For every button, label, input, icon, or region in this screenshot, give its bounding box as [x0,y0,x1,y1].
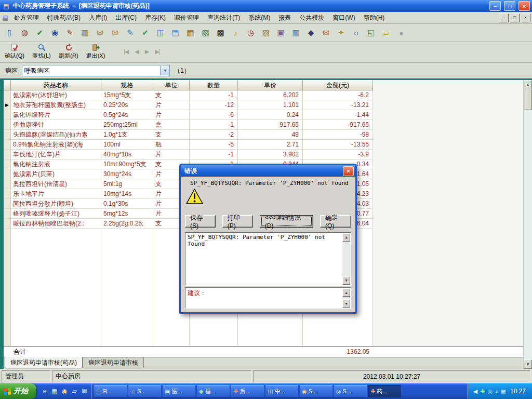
taskbar-task[interactable]: ◎S... [334,385,367,397]
media-player-icon[interactable]: ◉ [60,387,69,395]
header-amount[interactable]: 金额(元) [303,80,373,90]
scrollbar-track[interactable] [524,89,532,360]
mail-audit-icon[interactable]: ✉ [93,26,107,40]
menu-item-11[interactable]: 窗口(W) [328,12,359,23]
form-edit-icon[interactable]: ▦ [183,26,197,40]
taskbar-task[interactable]: ✚后... [231,385,264,397]
mail-open-icon[interactable]: ✉ [319,26,333,40]
table-row[interactable]: 伊曲康唑针250mg:25ml盒-1917.65-917.65 [4,120,373,130]
refresh-button[interactable]: 刷新(R) [56,43,81,60]
key-icon[interactable]: ✦ [334,26,348,40]
copy-icon[interactable]: ◫ [153,26,167,40]
table-row[interactable]: 氨溴索针(沐舒坦针)15mg*5支支-16.202-6.2 [4,90,373,100]
new-doc-icon[interactable]: ▯ [3,26,17,40]
dialog-close-icon[interactable]: × [343,166,354,176]
ok-button[interactable]: 确定(Q) [320,215,351,228]
scroll-up-icon[interactable]: ▲ [524,80,532,89]
table-row[interactable]: 0.9%氯化钠注射液(塑)(海100ml瓶-52.71-13.55 [4,140,373,150]
shield-icon[interactable]: ✚ [480,388,485,395]
messenger-icon[interactable]: ◎ [487,388,493,395]
suggestion-scrollbar[interactable]: ▲ ▼ [342,288,350,308]
scroll-down-icon[interactable]: ▼ [342,276,350,285]
menu-item-2[interactable]: 特殊药品(B) [43,12,85,23]
chevron-left-icon[interactable]: ◀ [473,388,477,395]
detail-scrollbar[interactable]: ▲ ▼ [342,233,350,285]
header-quantity[interactable]: 数量 [190,80,238,90]
menu-item-6[interactable]: 调价管理 [170,12,203,23]
menu-item-7[interactable]: 查询统计(T) [203,12,244,23]
mdi-restore-button[interactable]: □ [510,14,520,22]
folder-open-icon[interactable]: ▱ [379,26,393,40]
taskbar-task[interactable]: ☼S... [128,385,161,397]
taskbar-task[interactable]: ◫R... [94,385,127,397]
prev-record-icon[interactable]: ◀ [135,48,138,55]
header-drug-name[interactable]: 药品名称 [11,80,101,90]
mdi-minimize-button[interactable]: – [499,14,509,22]
header-spec[interactable]: 规格 [101,80,153,90]
audit-icon[interactable]: ✎ [63,26,77,40]
save-button[interactable]: 保存(S) [185,215,216,228]
mdi-close-button[interactable]: × [521,14,530,22]
menu-item-8[interactable]: 系统(M) [244,12,274,23]
menu-item-3[interactable]: 入库(I) [85,12,111,23]
menu-item-5[interactable]: 库存(K) [141,12,170,23]
tab-ward-return-drugs[interactable]: 病区退药申请审核(药品) [5,357,83,368]
folder-icon[interactable]: ▱ [70,387,78,395]
error-detail-box[interactable]: SP_YF_BQTYSQQR: Parameter 'P_ZYH000' not… [185,232,351,286]
print-button[interactable]: 打印(P) [222,215,253,228]
scroll-down-icon[interactable]: ▼ [524,360,532,369]
header-unit[interactable]: 单位 [153,80,190,90]
doc-check-icon[interactable]: ✔ [138,26,152,40]
menu-item-9[interactable]: 报表 [274,12,295,23]
taskbar-task[interactable]: ✚药... [368,385,401,397]
volume-icon[interactable]: ♪ [495,388,498,394]
taskbar-task[interactable]: ◫中... [265,385,298,397]
confirm-button[interactable]: 确认(Q) [2,43,27,60]
package-icon[interactable]: ▨ [259,26,273,40]
minimize-button[interactable]: – [489,1,501,11]
ink-bottle-icon[interactable]: ◍ [18,26,32,40]
alarm-icon[interactable]: ◷ [244,26,258,40]
ie-icon[interactable]: e [41,387,49,395]
tab-ward-return[interactable]: 病区退药申请审核 [83,357,144,368]
details-button[interactable]: <<<详细情况(D) [260,215,313,228]
restore-button[interactable]: □ [504,1,515,11]
first-record-icon[interactable]: |◀ [124,48,128,55]
table-row[interactable]: 辛伐他汀(忆辛)片40mg*10s片-13.902-3.9 [4,150,373,159]
menu-item-12[interactable]: 帮助(H) [360,12,389,23]
scroll-down-icon[interactable]: ▼ [342,299,350,308]
safe-icon[interactable]: ◆ [304,26,318,40]
taskbar-task[interactable]: ◆福... [197,385,230,397]
doc-blue-icon[interactable]: ▤ [168,26,182,40]
taskbar-task[interactable]: ▣医... [163,385,195,397]
table-row[interactable]: 头孢硫脒(溶媒结晶)(仙力素1.0g*1支支-249-98 [4,130,373,140]
scrollbar-thumb[interactable] [524,89,532,110]
close-button[interactable]: × [518,1,530,11]
network-icon[interactable]: ▦ [501,388,506,395]
vertical-scrollbar[interactable]: ▲ ▼ [523,80,532,369]
ledger-icon[interactable]: ▧ [198,26,212,40]
barcode-icon[interactable]: ▩ [214,26,228,40]
cabinet-icon[interactable]: ▣ [274,26,288,40]
table-row[interactable]: 氯化钾缓释片0.5g*24s片-60.24-1.44 [4,110,373,120]
dropdown-button[interactable] [160,66,169,75]
doc-edit-icon[interactable]: ✎ [123,26,137,40]
header-unit-price[interactable]: 单价 [238,80,303,90]
scroll-up-icon[interactable]: ▲ [342,288,350,297]
next-record-icon[interactable]: ▶ [145,48,149,55]
exit-button[interactable]: 退出(X) [83,43,108,60]
bell-icon[interactable]: ♪ [229,26,243,40]
scroll-up-icon[interactable]: ▲ [342,233,350,242]
table-row[interactable]: ▶地衣芽孢杆菌胶囊(整肠生)0.25*20s片-121.101-13.21 [4,100,373,110]
start-button[interactable]: 开始 [0,383,36,399]
approve-icon[interactable]: ✔ [33,26,47,40]
menu-item-1[interactable]: 处方管理 [10,12,43,23]
find-button[interactable]: 查找(L) [29,43,54,60]
mail-icon[interactable]: ✉ [108,26,122,40]
menu-item-10[interactable]: 公共模块 [295,12,328,23]
taskbar-task[interactable]: ◉S... [300,385,332,397]
menu-item-4[interactable]: 出库(C) [111,12,141,23]
search-icon[interactable]: ○ [349,26,363,40]
mail-icon[interactable]: ✉ [80,387,88,395]
money-icon[interactable]: ▥ [78,26,92,40]
